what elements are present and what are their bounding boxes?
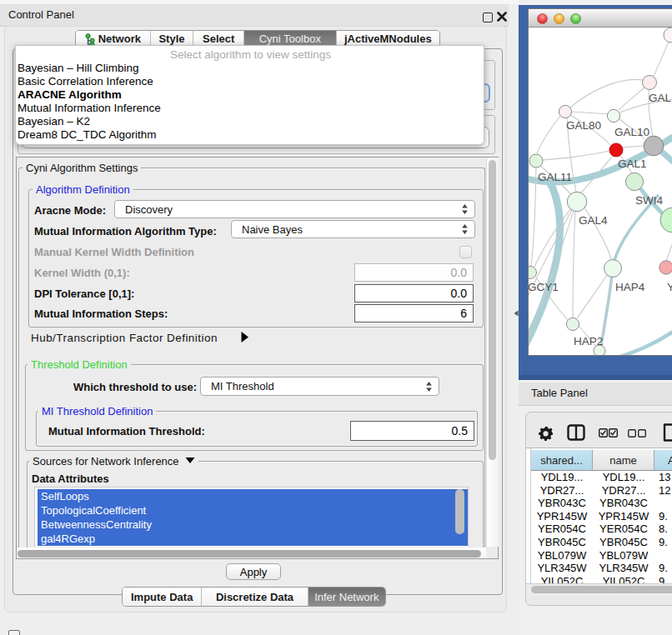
tab-impute-data-label: Impute Data [131, 591, 193, 603]
tab-infer-network[interactable]: Infer Network [308, 588, 385, 606]
cell[interactable] [656, 549, 672, 562]
close-icon[interactable] [497, 12, 507, 22]
tab-impute-data[interactable]: Impute Data [123, 588, 202, 606]
network-icon [85, 33, 95, 45]
column-header-label: A [668, 454, 672, 467]
list-item-betweennesscentrality[interactable]: BetweennessCentrality [38, 518, 468, 532]
node-gal11[interactable] [529, 154, 543, 168]
gear-icon[interactable] [539, 427, 554, 442]
aracne-mode-label: Aracne Mode: [34, 204, 106, 217]
node-gray[interactable] [644, 136, 664, 156]
traffic-minimize-icon[interactable] [554, 13, 564, 24]
hub-definition-label[interactable]: Hub/Transcription Factor Definition [31, 332, 218, 344]
table-panel-card: shared... name A YDL19... YDR27... YBR04… [525, 412, 672, 606]
cell[interactable]: YBR043C [531, 497, 593, 510]
cell[interactable]: YPR145W [593, 510, 654, 523]
split-columns-icon[interactable] [567, 424, 585, 441]
node-hap4[interactable] [604, 260, 622, 278]
node-gal10[interactable] [607, 109, 619, 122]
which-threshold-combo[interactable]: MI Threshold [200, 377, 439, 396]
document-icon[interactable] [663, 423, 672, 442]
cell[interactable]: YER054C [531, 522, 593, 536]
cell[interactable]: 13 [656, 471, 672, 484]
kernel-width-input[interactable]: 0.0 [354, 263, 474, 282]
cell[interactable]: 9. [656, 536, 672, 549]
mi-steps-input[interactable]: 6 [354, 304, 474, 322]
settings-hscrollbar-thumb[interactable] [18, 550, 481, 558]
cell[interactable]: YBL079W [531, 549, 593, 562]
list-item-topologicalcoefficient[interactable]: TopologicalCoefficient [38, 503, 468, 518]
tab-select-label: Select [203, 32, 234, 45]
cell[interactable]: YLR345W [531, 562, 593, 575]
node-salmon[interactable] [659, 261, 672, 274]
sources-title[interactable]: Sources for Network Inference [29, 455, 198, 468]
unchecked-pair-icon[interactable] [628, 429, 646, 438]
cyni-settings-title: Cyni Algorithm Settings [23, 162, 141, 174]
traffic-zoom-icon[interactable] [570, 13, 581, 24]
checked-pair-icon[interactable] [599, 428, 618, 438]
cell[interactable]: 8. [656, 522, 672, 536]
settings-vscrollbar-thumb[interactable] [489, 160, 496, 460]
table-panel-titlebar: Table Panel [519, 382, 672, 406]
node[interactable] [664, 28, 672, 42]
mi-type-combo[interactable]: Naive Bayes [231, 220, 475, 238]
node-gal80[interactable] [559, 105, 571, 118]
desktop-bottom-shade [519, 375, 672, 380]
expand-right-icon[interactable] [240, 331, 249, 343]
traffic-close-icon[interactable] [537, 13, 548, 24]
cell[interactable]: YBR043C [593, 497, 654, 510]
node-hap2[interactable] [566, 318, 579, 330]
popup-item-bayesian-k2[interactable]: Bayesian – K2 [16, 115, 484, 128]
node-gal4[interactable] [567, 192, 586, 211]
cell[interactable]: YBL079W [593, 549, 654, 562]
list-item-label: gal4RGexp [41, 532, 95, 545]
popup-item-dream8-dc-tdc[interactable]: Dream8 DC_TDC Algorithm [16, 128, 484, 142]
dpi-tolerance-input[interactable]: 0.0 [354, 284, 474, 302]
cell[interactable]: YDL19... [593, 471, 654, 484]
node-gal[interactable] [643, 76, 657, 90]
aracne-mode-combo[interactable]: Discovery [114, 200, 475, 218]
aracne-mode-value: Discovery [125, 201, 173, 218]
column-header-name[interactable]: name [593, 450, 654, 471]
cell[interactable]: YDR27... [531, 484, 593, 498]
mi-steps-label: Mutual Information Steps: [34, 308, 168, 320]
list-item-selfloops[interactable]: SelfLoops [38, 489, 468, 503]
popup-item-bayesian-hill-climbing[interactable]: Bayesian – Hill Climbing [16, 62, 484, 75]
cell[interactable]: YPR145W [531, 510, 593, 523]
network-window-titlebar[interactable] [529, 9, 672, 28]
tab-discretize-data[interactable]: Discretize Data [202, 588, 308, 606]
table-hscrollbar-thumb[interactable] [531, 586, 672, 593]
cell[interactable]: 9. [656, 562, 672, 575]
network-canvas[interactable]: GAL GAL80 GAL10 GAL1 GAL11 SWI4 GAL4 GCY… [529, 27, 672, 355]
label-hap2: HAP2 [574, 335, 603, 348]
cell[interactable]: 12 [656, 484, 672, 498]
cell[interactable]: YBR045C [593, 536, 654, 549]
node-swi4[interactable] [625, 172, 643, 190]
cell[interactable]: YBR045C [531, 536, 593, 549]
cell[interactable]: YLR345W [593, 562, 654, 575]
popup-item-aracne-algorithm[interactable]: ARACNE Algorithm [16, 88, 484, 102]
table-col-shared-name[interactable]: YDL19... YDR27... YBR043C YPR145W YER054… [531, 471, 593, 588]
node-gal1-selected[interactable] [609, 143, 623, 157]
mi-threshold-input[interactable]: 0.5 [350, 421, 474, 441]
popup-item-mutual-information-inference[interactable]: Mutual Information Inference [16, 102, 484, 115]
attribute-list-scrollbar[interactable] [455, 489, 464, 534]
column-header-shared-name[interactable]: shared... [531, 450, 593, 471]
cell[interactable]: 9. [656, 510, 672, 523]
float-window-icon[interactable] [483, 12, 493, 22]
node-gcy1[interactable] [529, 267, 537, 279]
cell[interactable]: YDR27... [593, 484, 654, 498]
cell[interactable] [656, 497, 672, 510]
attribute-list: SelfLoops TopologicalCoefficient Between… [34, 487, 469, 547]
manual-kernel-checkbox[interactable] [459, 246, 472, 258]
cell[interactable]: YER054C [593, 522, 654, 536]
cell[interactable]: YDL19... [531, 471, 593, 484]
table-col-third[interactable]: 13 12 9. 8. 9. 9. 9. [656, 471, 672, 588]
table-col-name[interactable]: YDL19... YDR27... YBR043C YPR145W YER054… [593, 471, 654, 588]
list-item-gal4rgexp[interactable]: gal4RGexp [38, 532, 468, 546]
column-header-third[interactable]: A [654, 450, 672, 471]
combo-arrows-icon [425, 382, 433, 392]
popup-item-basic-correlation-inference[interactable]: Basic Correlation Inference [16, 75, 484, 88]
kernel-width-value: 0.0 [451, 266, 467, 279]
apply-button[interactable]: Apply [226, 563, 281, 580]
